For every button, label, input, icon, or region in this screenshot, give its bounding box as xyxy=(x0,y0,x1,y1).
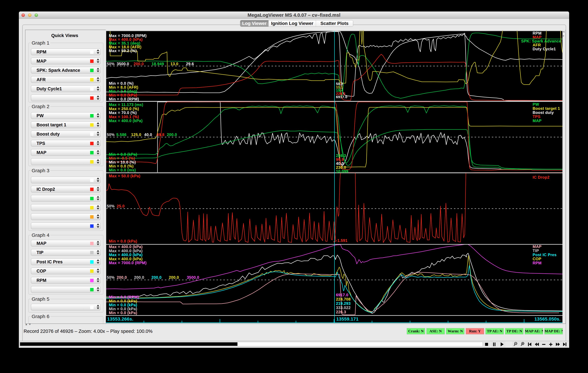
svg-text:TPS: TPS xyxy=(533,114,540,119)
svg-text:13565.050s.: 13565.050s. xyxy=(535,317,561,321)
svg-text:29.6: 29.6 xyxy=(186,62,194,66)
svg-text:200.0: 200.0 xyxy=(167,132,177,137)
svg-text:333.022: 333.022 xyxy=(336,306,351,310)
svg-text:5.586: 5.586 xyxy=(116,132,126,137)
svg-text:3500.0: 3500.0 xyxy=(187,275,199,280)
svg-text:Min = 0.0 (kPa): Min = 0.0 (kPa) xyxy=(109,152,137,157)
svg-text:Min = 0.0 (RPM): Min = 0.0 (RPM) xyxy=(109,97,139,101)
svg-text:10.099: 10.099 xyxy=(336,169,348,173)
svg-text:IC Drop2: IC Drop2 xyxy=(533,175,549,180)
svg-text:50%: 50% xyxy=(107,133,115,137)
svg-text:219.293: 219.293 xyxy=(336,301,351,306)
svg-text:Max = 400.0 (kPa): Max = 400.0 (kPa) xyxy=(109,245,143,249)
svg-text:13.0: 13.0 xyxy=(170,62,178,66)
svg-text:200.0: 200.0 xyxy=(169,275,179,280)
svg-text:Min = 0.0 (kPa): Min = 0.0 (kPa) xyxy=(109,239,137,243)
svg-text:Max = 70.0 (%): Max = 70.0 (%) xyxy=(109,110,137,115)
svg-text:MAP: MAP xyxy=(533,35,542,39)
svg-text:40.0: 40.0 xyxy=(144,132,152,137)
svg-text:224.708: 224.708 xyxy=(336,297,351,301)
svg-text:Min = 10.0 (%): Min = 10.0 (%) xyxy=(109,160,136,164)
svg-text:Max = 250.0 (%): Max = 250.0 (%) xyxy=(109,107,139,111)
svg-text:Min = 0.0 (RPM): Min = 0.0 (RPM) xyxy=(109,295,139,299)
svg-text:99.9: 99.9 xyxy=(336,157,344,162)
svg-text:COP: COP xyxy=(533,257,541,261)
svg-text:Max = 11.173 (ms): Max = 11.173 (ms) xyxy=(109,102,143,107)
svg-text:40.0: 40.0 xyxy=(336,161,344,166)
svg-text:6917.0: 6917.0 xyxy=(336,95,347,99)
svg-text:125.0: 125.0 xyxy=(131,132,141,137)
svg-text:Max = 400.0 (kPa): Max = 400.0 (kPa) xyxy=(109,249,143,253)
svg-text:226.3: 226.3 xyxy=(336,310,346,314)
svg-text:MAP: MAP xyxy=(533,118,542,123)
svg-text:Post IC Pres: Post IC Pres xyxy=(533,253,556,257)
svg-text:Min = 0.0 (%): Min = 0.0 (%) xyxy=(109,81,134,85)
svg-text:Min = 0.0 (kPa): Min = 0.0 (kPa) xyxy=(109,93,137,97)
svg-text:MAP: MAP xyxy=(533,244,542,249)
svg-text:49.8: 49.8 xyxy=(157,132,164,137)
svg-text:50%: 50% xyxy=(107,204,115,208)
svg-text:Min = 8.0 (AFR): Min = 8.0 (AFR) xyxy=(109,85,138,89)
svg-text:Min = 0.0 (kPa): Min = 0.0 (kPa) xyxy=(109,303,137,307)
svg-text:6917.0: 6917.0 xyxy=(336,293,348,297)
svg-text:200.0: 200.0 xyxy=(134,275,144,280)
svg-text:25.0: 25.0 xyxy=(117,204,125,208)
svg-text:200.0: 200.0 xyxy=(117,275,127,280)
svg-text:-1.591: -1.591 xyxy=(336,238,347,243)
svg-text:Min = 0.0 (kPa): Min = 0.0 (kPa) xyxy=(109,310,137,315)
svg-text:Max = 400.0 (kPa): Max = 400.0 (kPa) xyxy=(109,257,143,261)
svg-text:Max = 400.0 (kPa): Max = 400.0 (kPa) xyxy=(109,118,143,123)
svg-text:Boost duty: Boost duty xyxy=(533,110,554,115)
svg-text:3500.0: 3500.0 xyxy=(117,62,129,66)
svg-text:PW: PW xyxy=(533,102,539,107)
svg-text:Min = 0.0 (kPa): Min = 0.0 (kPa) xyxy=(109,299,137,303)
svg-text:Boost target 1: Boost target 1 xyxy=(533,106,560,111)
svg-text:Min = 0.0 (kPa): Min = 0.0 (kPa) xyxy=(109,307,137,311)
svg-text:200.0: 200.0 xyxy=(151,275,162,280)
svg-text:TIP: TIP xyxy=(533,248,539,253)
svg-text:18.949: 18.949 xyxy=(152,62,164,66)
svg-text:Min = 2.8 (deg): Min = 2.8 (deg) xyxy=(109,89,137,93)
svg-text:RPM: RPM xyxy=(533,31,542,35)
svg-text:200.0: 200.0 xyxy=(134,62,144,66)
svg-text:50%: 50% xyxy=(107,62,115,66)
svg-text:Max = 400.0 (kPa): Max = 400.0 (kPa) xyxy=(109,253,143,257)
svg-text:RPM: RPM xyxy=(533,261,542,265)
svg-text:Min = 0.0 (%): Min = 0.0 (%) xyxy=(109,164,134,168)
svg-text:SPK: Spark Advance: SPK: Spark Advance xyxy=(521,39,561,43)
svg-text:Max = 50.0 (kPa): Max = 50.0 (kPa) xyxy=(109,174,140,178)
svg-text:226.3: 226.3 xyxy=(336,153,346,158)
svg-text:Max = 7000.0 (RPM): Max = 7000.0 (RPM) xyxy=(109,261,147,265)
svg-text:13559.171: 13559.171 xyxy=(336,317,358,321)
svg-text:Duty Cycle1: Duty Cycle1 xyxy=(533,47,556,51)
svg-text:Min = -0.5 (%): Min = -0.5 (%) xyxy=(109,156,135,160)
svg-text:Max = 100.1 (%): Max = 100.1 (%) xyxy=(109,115,139,119)
svg-text:Max = 59.2 (%): Max = 59.2 (%) xyxy=(109,49,137,53)
svg-text:230.0: 230.0 xyxy=(336,165,346,170)
svg-text:Min = 0.0 (ms): Min = 0.0 (ms) xyxy=(109,168,136,172)
svg-text:50%: 50% xyxy=(107,275,115,280)
svg-text:AFR: AFR xyxy=(533,43,541,47)
svg-text:13553.266s.: 13553.266s. xyxy=(107,317,133,321)
